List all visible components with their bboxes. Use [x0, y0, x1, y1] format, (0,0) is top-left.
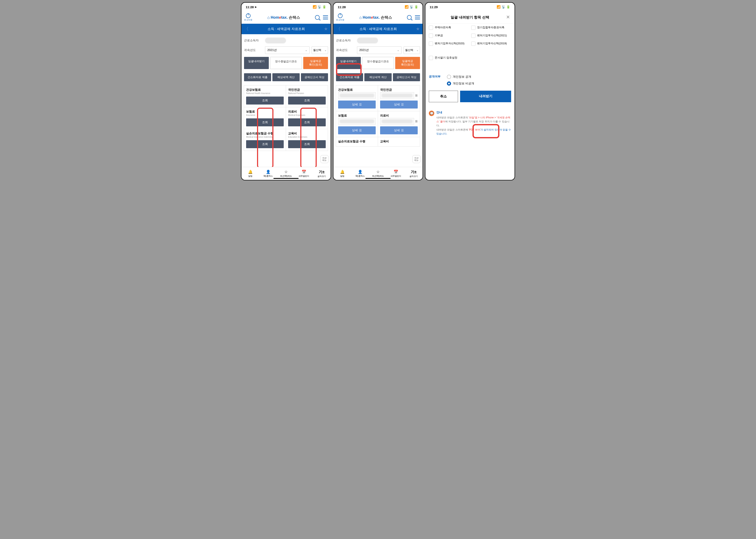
location-icon: ➤: [255, 5, 257, 9]
checkbox-item[interactable]: 장기집합투자증권저축: [471, 26, 511, 30]
status-bar: 11:29 📶📡🔋: [425, 3, 515, 11]
list-icon: ☰: [359, 103, 362, 106]
search-icon[interactable]: [315, 15, 320, 20]
status-time: 11:29: [430, 5, 438, 9]
checkbox-list: 주택마련저축 장기집합투자증권저축 기부금 벤처기업투자신탁(2021) 벤처기…: [425, 24, 515, 62]
nav-alert[interactable]: 🔔알림: [333, 167, 351, 180]
checkbox-icon: [429, 26, 433, 30]
power-icon: [338, 13, 343, 18]
estimate-tax-button[interactable]: 예상세액 계산: [364, 73, 391, 81]
logout-button[interactable]: 로그아웃: [336, 13, 344, 22]
modal-title: 일괄 내려받기 항목 선택: [434, 15, 506, 20]
detail-button[interactable]: 상세☰: [380, 126, 418, 134]
checkbox-item[interactable]: 주택마련저축: [429, 26, 469, 30]
query-button[interactable]: 조회: [246, 97, 284, 105]
list-icon: ☰: [359, 129, 362, 132]
year-label: 귀속년도: [244, 48, 263, 52]
checkbox-item[interactable]: 벤처기업투자신탁(2021): [471, 34, 511, 38]
nav-fontsize[interactable]: 가±글자크기: [313, 167, 331, 180]
encrypt-checkbox[interactable]: 문서열기 암호설정: [429, 56, 511, 60]
search-icon[interactable]: [407, 15, 412, 20]
status-bar: 11:28➤ 📶📡🔋: [241, 3, 331, 11]
star-icon[interactable]: ★: [416, 26, 420, 32]
query-button[interactable]: 조회: [288, 140, 326, 148]
radio-icon: [447, 81, 451, 86]
radio-public[interactable]: 개인정보 공개: [447, 75, 474, 79]
month-select[interactable]: 월선택⌄: [312, 46, 328, 54]
disclosure-label: 공개여부: [429, 75, 441, 79]
person-icon: 👤: [266, 170, 271, 174]
category-grid: 건강보험료National Health Insurance조회 국민연금Nat…: [244, 85, 328, 151]
nav-alert[interactable]: 🔔알림: [241, 167, 259, 180]
notice-box: 💬 안내 내려받은 파일은 스마트폰의 '파일'앱 > 나의 iPhone > …: [425, 107, 515, 139]
back-icon[interactable]: 〈: [244, 26, 249, 32]
notice-title: 안내: [436, 111, 511, 115]
app-logo[interactable]: ⌂ Hometax. 손택스: [267, 15, 300, 20]
related-menu-button[interactable]: 연관메뉴: [320, 155, 328, 163]
list-icon: ☰: [401, 129, 404, 132]
close-icon[interactable]: ✕: [506, 15, 511, 20]
battery-icon: 🔋: [414, 5, 418, 9]
modal-button-row: 취소 내려받기: [425, 86, 515, 107]
query-button[interactable]: 조회: [246, 118, 284, 126]
detail-button[interactable]: 상세☰: [338, 101, 376, 109]
person-icon: 👤: [358, 170, 363, 174]
receipt-issuer-button[interactable]: 영수증발급기관조: [362, 57, 394, 69]
checkbox-icon: [471, 34, 475, 38]
battery-icon: 🔋: [506, 5, 510, 9]
detail-button[interactable]: 상세☰: [380, 101, 418, 109]
back-icon[interactable]: 〈: [336, 26, 341, 32]
wifi-icon: 📡: [409, 5, 413, 9]
home-indicator[interactable]: [366, 178, 390, 179]
menu-icon[interactable]: [415, 16, 420, 19]
status-bar: 11:28 📶📡🔋: [333, 3, 423, 11]
disclosure-section: 공개여부 개인정보 공개 개인정보 비공개: [425, 75, 515, 86]
chevron-down-icon: ⌄: [305, 49, 307, 52]
star-icon[interactable]: ★: [324, 26, 328, 32]
radio-private[interactable]: 개인정보 비공개: [447, 81, 474, 86]
estimate-tax-button[interactable]: 예상세액 계산: [272, 73, 299, 81]
phone-screen-2: 11:28 📶📡🔋 로그아웃 ⌂ Hometax. 손택스 〈 소득 · 세액공…: [333, 2, 423, 181]
query-button[interactable]: 조회: [288, 118, 326, 126]
detail-button[interactable]: 상세☰: [338, 126, 376, 134]
simplify-submit-button[interactable]: 간소화자료 제출: [336, 73, 363, 81]
house-icon: ⌂: [359, 15, 362, 20]
year-select[interactable]: 2021년⌄: [357, 46, 401, 54]
app-logo[interactable]: ⌂ Hometax. 손택스: [359, 15, 392, 20]
phone-screen-3: 11:29 📶📡🔋 일괄 내려받기 항목 선택 ✕ 주택마련저축 장기집합투자증…: [425, 2, 515, 181]
simplify-submit-button[interactable]: 간소화자료 제출: [244, 73, 271, 81]
checkbox-item[interactable]: 기부금: [429, 34, 469, 38]
signal-icon: 📶: [405, 5, 409, 9]
related-menu-button[interactable]: 연관메뉴: [412, 155, 420, 163]
batch-download-button[interactable]: 일괄내려받기: [244, 57, 269, 69]
home-indicator[interactable]: [274, 178, 298, 179]
batch-download-button[interactable]: 일괄내려받기: [336, 57, 361, 69]
batch-provide-button[interactable]: 일괄제공확인(동의): [395, 57, 420, 69]
app-header: 로그아웃 ⌂ Hometax. 손택스: [333, 11, 423, 24]
month-select[interactable]: 월선택⌄: [404, 46, 420, 54]
query-button[interactable]: 조회: [246, 140, 284, 148]
menu-icon[interactable]: [323, 16, 328, 19]
deduction-report-button[interactable]: 공제신고서 작성: [301, 73, 328, 81]
cancel-button[interactable]: 취소: [429, 91, 458, 102]
amount-field: [338, 118, 376, 125]
logout-button[interactable]: 로그아웃: [244, 13, 252, 22]
query-button[interactable]: 조회: [288, 97, 326, 105]
income-label: 근로소득자: [244, 38, 263, 42]
receipt-issuer-button[interactable]: 영수증발급기관조: [270, 57, 302, 69]
star-outline-icon: ☆: [284, 170, 288, 174]
deduction-report-button[interactable]: 공제신고서 작성: [393, 73, 420, 81]
download-button[interactable]: 내려받기: [460, 91, 511, 102]
nav-fontsize[interactable]: 가±글자크기: [405, 167, 423, 180]
modal-header: 일괄 내려받기 항목 선택 ✕: [425, 11, 515, 24]
checkbox-item[interactable]: 벤처기업투자신탁(2019): [471, 41, 511, 46]
app-header: 로그아웃 ⌂ Hometax. 손택스: [241, 11, 331, 24]
checkbox-icon: [429, 41, 433, 46]
batch-provide-button[interactable]: 일괄제공확인(동의): [303, 57, 328, 69]
year-select[interactable]: 2021년⌄: [265, 46, 309, 54]
year-label: 귀속년도: [336, 48, 355, 52]
amount-field: [338, 92, 376, 99]
redacted-name: [357, 38, 378, 43]
power-icon: [246, 13, 251, 18]
checkbox-item[interactable]: 벤처기업투자신탁(2020): [429, 41, 469, 46]
